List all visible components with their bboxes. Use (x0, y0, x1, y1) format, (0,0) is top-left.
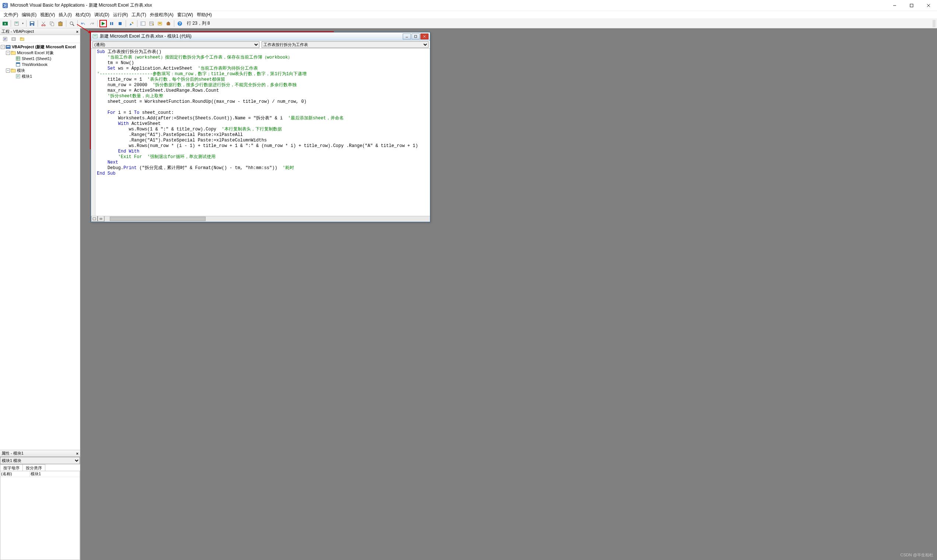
svg-rect-45 (7, 46, 9, 47)
minimize-button[interactable] (886, 0, 903, 11)
property-value[interactable]: 模块1 (30, 471, 80, 477)
svg-text:X: X (4, 22, 6, 25)
menu-bar: 文件(F) 编辑(E) 视图(V) 插入(I) 格式(O) 调试(D) 运行(R… (0, 11, 937, 19)
break-button[interactable] (108, 20, 115, 27)
tree-root-label: VBAProject (新建 Microsoft Excel (12, 44, 76, 50)
properties-panel-close[interactable]: × (76, 451, 78, 456)
menu-addins[interactable]: 外接程序(A) (148, 11, 175, 19)
properties-tabs: 按字母序 按分类序 (0, 464, 80, 471)
paste-button[interactable] (57, 20, 64, 27)
view-code-button[interactable] (2, 35, 9, 43)
code-window: 新建 Microsoft Excel 工作表.xlsx - 模块1 (代码) (… (91, 32, 430, 222)
design-mode-button[interactable] (128, 20, 135, 27)
tree-sheet1[interactable]: Sheet1 (Sheet1) (1, 55, 79, 62)
view-excel-button[interactable]: X (2, 20, 9, 27)
menu-file[interactable]: 文件(F) (2, 11, 20, 19)
svg-rect-10 (31, 22, 34, 23)
code-window-dropdowns: (通用) 工作表按行拆分为工作表 (91, 40, 430, 49)
svg-rect-48 (16, 57, 20, 60)
full-module-view-button[interactable] (98, 216, 104, 222)
svg-rect-41 (12, 38, 15, 40)
insert-dropdown-arrow[interactable]: ▼ (22, 20, 24, 27)
scrollbar-thumb[interactable] (110, 217, 206, 221)
expand-icon[interactable]: − (1, 45, 5, 49)
main-area: 工程 - VBAProject × − VBAProject (新建 Micro… (0, 28, 937, 560)
tree-modules-label: 模块 (17, 68, 25, 73)
tree-modules-folder[interactable]: − 模块 (1, 68, 79, 73)
app-icon (2, 3, 8, 8)
menu-window[interactable]: 窗口(W) (176, 11, 195, 19)
reset-button[interactable] (117, 20, 124, 27)
project-tree[interactable]: − VBAProject (新建 Microsoft Excel − Micro… (0, 43, 80, 450)
code-editor[interactable]: Sub 工作表按行拆分为工作表() '当前工作表（worksheet）按固定行数… (95, 49, 430, 216)
svg-rect-7 (15, 22, 18, 25)
toolbar-grip[interactable] (932, 20, 935, 27)
menu-tools[interactable]: 工具(T) (130, 11, 148, 19)
menu-format[interactable]: 格式(O) (74, 11, 92, 19)
maximize-button[interactable] (903, 0, 920, 11)
project-toolbar (0, 35, 80, 43)
properties-object-dropdown[interactable]: 模块1 模块 (0, 457, 80, 464)
svg-rect-53 (16, 63, 20, 64)
tree-root[interactable]: − VBAProject (新建 Microsoft Excel (1, 44, 79, 50)
save-button[interactable] (28, 20, 36, 27)
menu-edit[interactable]: 编辑(E) (20, 11, 38, 19)
folder-icon (11, 68, 16, 73)
procedure-view-button[interactable] (91, 216, 98, 222)
redo-button[interactable] (88, 20, 95, 27)
object-dropdown[interactable]: (通用) (92, 41, 259, 48)
expand-icon[interactable]: − (6, 69, 10, 72)
cut-button[interactable] (40, 20, 47, 27)
menu-help[interactable]: 帮助(H) (195, 11, 213, 19)
code-margin[interactable] (91, 49, 95, 216)
view-object-button[interactable] (10, 35, 17, 43)
menu-view[interactable]: 视图(V) (39, 11, 56, 19)
run-button[interactable] (100, 20, 107, 27)
menu-insert[interactable]: 插入(I) (57, 11, 73, 19)
code-window-title: 新建 Microsoft Excel 工作表.xlsx - 模块1 (代码) (100, 33, 403, 39)
svg-rect-55 (11, 69, 13, 70)
svg-rect-68 (93, 218, 96, 220)
svg-line-19 (72, 24, 74, 26)
horizontal-scrollbar[interactable] (104, 216, 430, 222)
properties-button[interactable] (148, 20, 155, 27)
tab-alphabetic[interactable]: 按字母序 (0, 464, 23, 471)
expand-icon[interactable]: − (6, 51, 10, 55)
properties-grid[interactable]: (名称) 模块1 (0, 471, 80, 560)
svg-rect-44 (6, 45, 10, 49)
code-window-maximize[interactable] (412, 34, 420, 39)
insert-item-button[interactable] (13, 20, 20, 27)
code-window-titlebar[interactable]: 新建 Microsoft Excel 工作表.xlsx - 模块1 (代码) (91, 32, 430, 40)
tree-sheet1-label: Sheet1 (Sheet1) (22, 56, 51, 61)
close-button[interactable] (920, 0, 937, 11)
property-row[interactable]: (名称) 模块1 (0, 471, 80, 477)
procedure-dropdown[interactable]: 工作表按行拆分为工作表 (262, 41, 429, 48)
properties-panel-title: 属性 - 模块1 (2, 451, 23, 456)
tree-thisworkbook[interactable]: ThisWorkbook (1, 62, 79, 68)
toolbox-button[interactable] (165, 20, 172, 27)
svg-rect-43 (20, 38, 22, 38)
code-window-minimize[interactable] (403, 34, 411, 39)
undo-button[interactable] (80, 20, 87, 27)
copy-button[interactable] (48, 20, 55, 27)
tree-module1[interactable]: 模块1 (1, 73, 79, 79)
code-window-close[interactable] (420, 34, 429, 39)
watermark: CSDN @半生柏杜 (900, 552, 933, 558)
help-button[interactable]: ? (176, 20, 183, 27)
menu-run[interactable]: 运行(R) (112, 11, 130, 19)
svg-rect-27 (141, 22, 142, 25)
code-window-bottom (91, 216, 430, 222)
menu-debug[interactable]: 调试(D) (93, 11, 111, 19)
svg-rect-22 (112, 22, 113, 25)
project-explorer-button[interactable] (139, 20, 147, 27)
object-browser-button[interactable] (156, 20, 164, 27)
properties-panel-header: 属性 - 模块1 × (0, 450, 80, 457)
find-button[interactable] (68, 20, 75, 27)
project-panel-close[interactable]: × (76, 29, 78, 34)
svg-text:?: ? (179, 22, 181, 26)
toggle-folders-button[interactable] (18, 35, 26, 43)
tab-categorized[interactable]: 按分类序 (23, 464, 45, 471)
svg-point-18 (70, 22, 73, 25)
svg-rect-2 (910, 4, 913, 7)
tree-objects-folder[interactable]: − Microsoft Excel 对象 (1, 50, 79, 55)
